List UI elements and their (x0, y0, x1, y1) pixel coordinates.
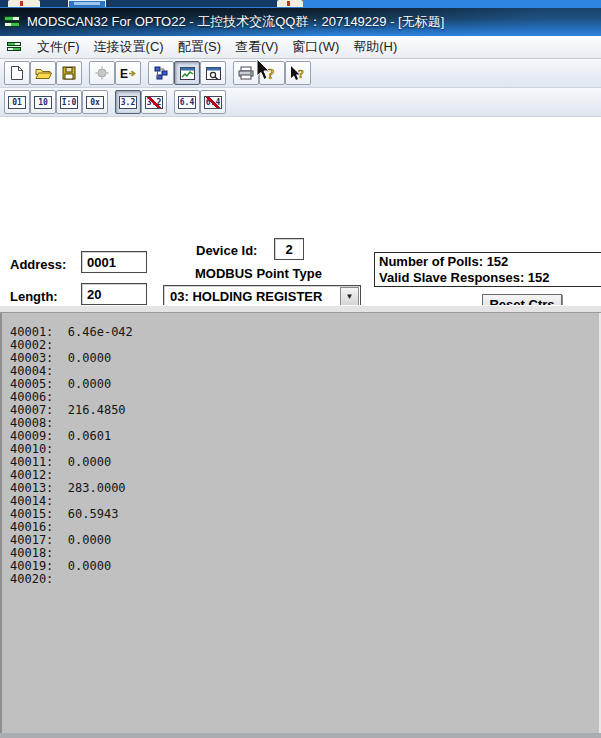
toolbar-main: E?? (0, 59, 601, 88)
menu-item[interactable]: 查看(V) (228, 36, 285, 58)
open-file-icon (35, 67, 52, 80)
chevron-down-icon[interactable]: ▼ (340, 287, 359, 306)
fmt-float-button[interactable]: 3.2 (115, 90, 141, 114)
open-file-button[interactable] (30, 61, 56, 85)
fmt-double-button[interactable]: 6.4 (174, 90, 200, 114)
responses-count-line: Valid Slave Responses: 152 (379, 270, 601, 286)
mouse-cursor (256, 59, 271, 85)
fmt-swapped-double-button[interactable]: 6.4 (200, 90, 226, 114)
app-icon[interactable] (4, 16, 21, 28)
fmt-decimal-button[interactable]: 10 (30, 90, 56, 114)
menu-item[interactable]: 窗口(W) (285, 36, 346, 58)
responses-count-value: 152 (528, 270, 550, 285)
length-label: Length: (10, 289, 58, 304)
fragment-bar (303, 0, 601, 8)
fmt-double-button-label: 6.4 (178, 96, 196, 109)
context-help-icon: ? (290, 66, 306, 81)
save-file-button[interactable] (56, 61, 82, 85)
background-window-fragment (0, 0, 601, 8)
fmt-binary-button[interactable]: 01 (4, 90, 30, 114)
fragment-mark (287, 1, 290, 6)
device-id-input[interactable]: 2 (274, 238, 304, 260)
document-icon[interactable] (7, 42, 22, 53)
context-help-button[interactable]: ? (285, 61, 311, 85)
message-view-icon (206, 67, 221, 80)
tree-view-icon (154, 66, 169, 80)
connect-icon (95, 66, 109, 80)
splitter-bar[interactable] (0, 305, 601, 313)
menu-item[interactable]: 配置(S) (171, 36, 228, 58)
tree-view-button[interactable] (148, 61, 174, 85)
fragment-bar (74, 2, 100, 5)
save-file-icon (62, 66, 76, 80)
point-type-label: MODBUS Point Type (195, 266, 322, 281)
menu-item[interactable]: 文件(F) (30, 36, 87, 58)
fragment-mark (20, 1, 23, 6)
menu-item[interactable]: 帮助(H) (346, 36, 404, 58)
address-label: Address: (10, 257, 66, 272)
fmt-binary-button-label: 01 (8, 96, 26, 109)
window-title: MODSCAN32 For OPTO22 - 工控技术交流QQ群：2071492… (27, 13, 444, 31)
point-type-selected: 03: HOLDING REGISTER (164, 289, 340, 304)
fmt-swapped-float-button[interactable]: 3.2 (141, 90, 167, 114)
fmt-float-button-label: 3.2 (119, 96, 137, 109)
data-view-button[interactable] (174, 61, 200, 85)
register-data-panel[interactable]: 40001: 6.46e-042 40002: 40003: 0.0000 40… (0, 313, 601, 733)
fragment-tab (277, 0, 303, 7)
connect-button[interactable] (89, 61, 115, 85)
data-view-icon (180, 67, 195, 80)
print-icon (238, 66, 254, 80)
menu-bar: 文件(F)连接设置(C)配置(S)查看(V)窗口(W)帮助(H) (0, 36, 601, 59)
disconnect-button[interactable]: E (115, 61, 141, 85)
fmt-integer-button-label: I:0 (60, 96, 78, 109)
disconnect-icon: E (120, 67, 136, 80)
length-input[interactable]: 20 (81, 283, 147, 305)
title-bar[interactable]: MODSCAN32 For OPTO22 - 工控技术交流QQ群：2071492… (0, 8, 601, 36)
fmt-hex-button-label: 0x (86, 96, 104, 109)
fragment-tab (8, 0, 40, 7)
fmt-swapped-float-button-label: 3.2 (145, 96, 163, 109)
modscan-window: MODSCAN32 For OPTO22 - 工控技术交流QQ群：2071492… (0, 0, 601, 738)
menu-item[interactable]: 连接设置(C) (87, 36, 171, 58)
fmt-swapped-double-button-label: 6.4 (204, 96, 222, 109)
polls-count-line: Number of Polls: 152 (379, 254, 601, 270)
svg-text:?: ? (298, 67, 304, 81)
polls-count-value: 152 (487, 254, 509, 269)
window-bottom-edge (0, 733, 601, 738)
new-file-icon (10, 65, 24, 81)
svg-text:E: E (120, 67, 128, 80)
poll-definition-area: Address: 0001 Length: 20 Device Id: 2 MO… (0, 117, 601, 305)
message-view-button[interactable] (200, 61, 226, 85)
poll-counters-box: Number of Polls: 152 Valid Slave Respons… (374, 252, 601, 287)
toolbar-format: 0110I:00x3.23.26.46.4 (0, 88, 601, 117)
device-id-label: Device Id: (196, 243, 257, 258)
fmt-hex-button[interactable]: 0x (82, 90, 108, 114)
address-input[interactable]: 0001 (81, 251, 147, 273)
register-list[interactable]: 40001: 6.46e-042 40002: 40003: 0.0000 40… (10, 326, 133, 586)
fmt-integer-button[interactable]: I:0 (56, 90, 82, 114)
menu-bar-items: 文件(F)连接设置(C)配置(S)查看(V)窗口(W)帮助(H) (30, 36, 404, 58)
fmt-decimal-button-label: 10 (34, 96, 52, 109)
new-file-button[interactable] (4, 61, 30, 85)
